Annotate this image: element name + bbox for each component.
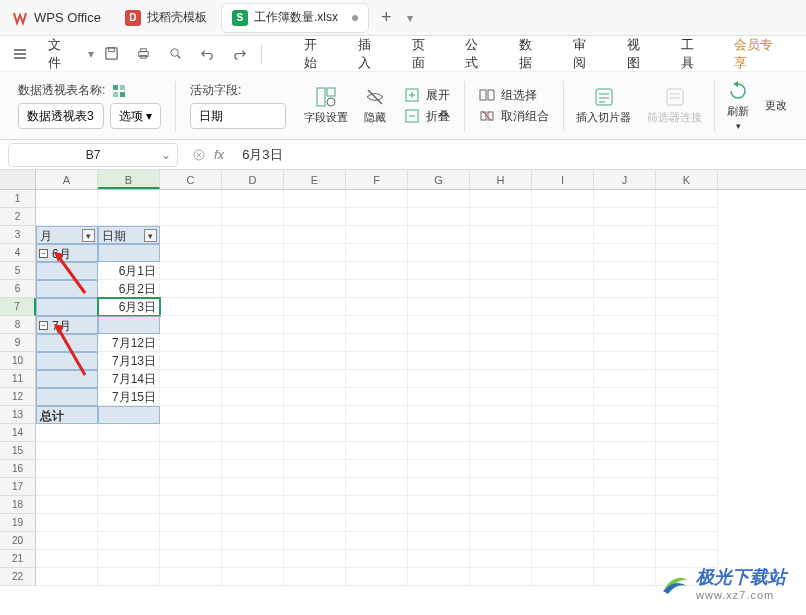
cell[interactable] [408, 514, 470, 532]
col-header[interactable]: F [346, 170, 408, 189]
cell[interactable] [532, 262, 594, 280]
cell[interactable] [222, 316, 284, 334]
pivot-name-input[interactable] [18, 103, 104, 129]
cell[interactable] [470, 496, 532, 514]
row-header[interactable]: 7 [0, 298, 36, 316]
cell[interactable] [284, 262, 346, 280]
cell[interactable] [532, 280, 594, 298]
col-header[interactable]: A [36, 170, 98, 189]
cell[interactable] [408, 496, 470, 514]
cell[interactable] [98, 442, 160, 460]
cell[interactable] [532, 568, 594, 586]
cell[interactable] [594, 496, 656, 514]
pivot-item[interactable]: 7月14日 [98, 370, 160, 388]
cell[interactable] [656, 406, 718, 424]
pivot-col-field[interactable]: 日期▾ [98, 226, 160, 244]
cell[interactable] [656, 244, 718, 262]
cell[interactable] [408, 244, 470, 262]
pivot-group[interactable]: −7月 [36, 316, 98, 334]
cell[interactable] [222, 406, 284, 424]
ungroup-button[interactable]: 取消组合 [479, 108, 549, 125]
cell[interactable] [346, 550, 408, 568]
cell[interactable] [36, 280, 98, 298]
cell[interactable] [346, 442, 408, 460]
cell[interactable] [222, 568, 284, 586]
cell[interactable] [98, 550, 160, 568]
cell[interactable] [284, 244, 346, 262]
cell[interactable] [408, 424, 470, 442]
col-header[interactable]: B [98, 170, 160, 189]
cell[interactable] [222, 550, 284, 568]
cell[interactable] [346, 460, 408, 478]
cell[interactable] [284, 478, 346, 496]
cell[interactable] [594, 280, 656, 298]
cell[interactable] [222, 226, 284, 244]
cell[interactable] [656, 478, 718, 496]
file-dropdown-icon[interactable]: ▾ [88, 47, 94, 61]
cell[interactable] [532, 514, 594, 532]
cell[interactable] [470, 424, 532, 442]
cell[interactable] [470, 568, 532, 586]
cell[interactable] [532, 532, 594, 550]
cell[interactable] [470, 226, 532, 244]
row-header[interactable]: 19 [0, 514, 36, 532]
cell[interactable] [160, 424, 222, 442]
expand-button[interactable]: 展开 [404, 87, 450, 104]
cell[interactable] [532, 550, 594, 568]
cell[interactable] [408, 406, 470, 424]
cell[interactable] [346, 388, 408, 406]
cell[interactable] [222, 190, 284, 208]
row-header[interactable]: 15 [0, 442, 36, 460]
cell[interactable] [284, 334, 346, 352]
hide-button[interactable]: 隐藏 [356, 82, 394, 129]
cell[interactable] [284, 316, 346, 334]
cell[interactable] [470, 442, 532, 460]
cell[interactable] [98, 316, 160, 334]
cell[interactable] [594, 262, 656, 280]
row-header[interactable]: 22 [0, 568, 36, 586]
cell[interactable] [36, 532, 98, 550]
cell[interactable] [532, 352, 594, 370]
cell[interactable] [656, 262, 718, 280]
insert-slicer-button[interactable]: 插入切片器 [568, 82, 639, 129]
cell[interactable] [532, 460, 594, 478]
cell[interactable] [222, 370, 284, 388]
menu-tab-review[interactable]: 审阅 [559, 28, 613, 80]
pivot-row-field[interactable]: 月▾ [36, 226, 98, 244]
cell[interactable] [594, 244, 656, 262]
cancel-icon[interactable] [192, 148, 206, 162]
pivot-group[interactable]: −6月 [36, 244, 98, 262]
row-header[interactable]: 5 [0, 262, 36, 280]
cell[interactable] [160, 208, 222, 226]
cell[interactable] [594, 190, 656, 208]
cell[interactable] [160, 550, 222, 568]
group-select-button[interactable]: 组选择 [479, 87, 549, 104]
cell[interactable] [656, 460, 718, 478]
cell[interactable] [470, 514, 532, 532]
cell[interactable] [470, 298, 532, 316]
cell[interactable] [284, 226, 346, 244]
cell[interactable] [284, 406, 346, 424]
refresh-button[interactable]: 刷新 ▾ [719, 76, 757, 135]
cell[interactable] [408, 280, 470, 298]
cell[interactable] [284, 370, 346, 388]
cell[interactable] [36, 370, 98, 388]
cell[interactable] [594, 388, 656, 406]
cell[interactable] [656, 388, 718, 406]
row-header[interactable]: 1 [0, 190, 36, 208]
cell[interactable] [594, 406, 656, 424]
cell[interactable] [160, 226, 222, 244]
cell[interactable] [160, 190, 222, 208]
cell[interactable] [470, 478, 532, 496]
cell[interactable] [284, 442, 346, 460]
cell[interactable] [284, 190, 346, 208]
cell[interactable] [470, 316, 532, 334]
cell[interactable] [346, 190, 408, 208]
cell[interactable] [160, 568, 222, 586]
cell[interactable] [160, 262, 222, 280]
cell[interactable] [346, 514, 408, 532]
cell[interactable] [470, 352, 532, 370]
cell[interactable] [160, 334, 222, 352]
cell[interactable] [160, 514, 222, 532]
cell[interactable] [222, 352, 284, 370]
